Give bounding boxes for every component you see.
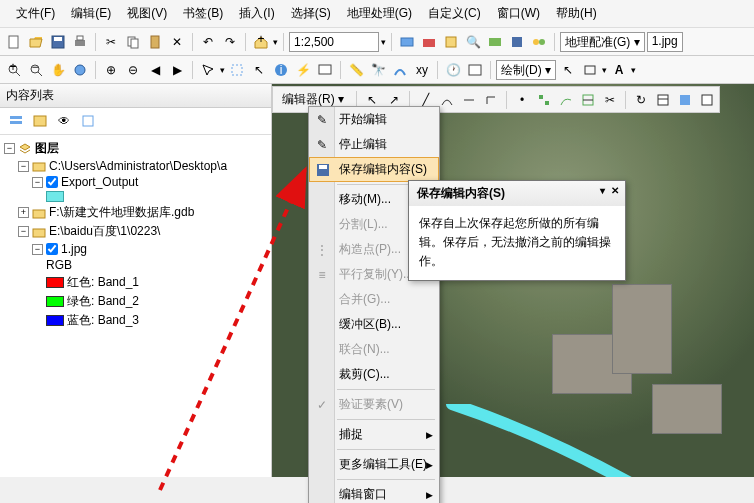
svg-rect-23 [232,65,242,75]
cm-clip[interactable]: 裁剪(C)... [309,362,439,387]
menu-geoprocessing[interactable]: 地理处理(G) [339,2,420,25]
python-icon[interactable] [507,32,527,52]
text-tool-icon[interactable]: A [609,60,629,80]
svg-rect-11 [446,37,456,47]
cm-snapping[interactable]: 捕捉▶ [309,422,439,447]
goto-xy-icon[interactable]: xy [412,60,432,80]
arccatalog-icon[interactable] [485,32,505,52]
menu-file[interactable]: 文件(F) [8,2,63,25]
right-angle-icon[interactable] [481,90,501,110]
sketch-props-icon[interactable] [675,90,695,110]
zoom-in-icon[interactable]: + [4,60,24,80]
pan-icon[interactable]: ✋ [48,60,68,80]
split-tool-icon[interactable]: ✂ [600,90,620,110]
redo-icon[interactable]: ↷ [220,32,240,52]
arc-segment-icon[interactable] [437,90,457,110]
close-icon[interactable]: ✕ [611,185,619,196]
tree-root[interactable]: −图层 [4,139,267,158]
svg-rect-45 [319,165,327,169]
hyperlink-icon[interactable]: ⚡ [293,60,313,80]
create-features-icon[interactable] [697,90,717,110]
open-icon[interactable] [26,32,46,52]
cut-polygon-icon[interactable] [578,90,598,110]
new-icon[interactable] [4,32,24,52]
select-arrow-icon[interactable]: ↖ [249,60,269,80]
cut-icon[interactable]: ✂ [101,32,121,52]
search-icon[interactable]: 🔍 [463,32,483,52]
undo-icon[interactable]: ↶ [198,32,218,52]
find-icon[interactable]: 🔭 [368,60,388,80]
layer-checkbox[interactable] [46,176,58,188]
fixed-zoomin-icon[interactable]: ⊕ [101,60,121,80]
prev-extent-icon[interactable]: ◀ [145,60,165,80]
cm-buffer[interactable]: 缓冲区(B)... [309,312,439,337]
toolbox-icon[interactable] [419,32,439,52]
tooltip-title: 保存编辑内容(S) ▾ ✕ [409,181,625,206]
tree-folder-gdb[interactable]: +F:\新建文件地理数据库.gdb [4,203,267,222]
delete-icon[interactable]: ✕ [167,32,187,52]
menu-select[interactable]: 选择(S) [283,2,339,25]
model-icon[interactable] [529,32,549,52]
cm-save-edits[interactable]: 保存编辑内容(S) [309,157,439,182]
find-route-icon[interactable] [390,60,410,80]
georef-dropdown[interactable]: 地理配准(G) ▾ [560,32,645,52]
reshape-icon[interactable] [556,90,576,110]
submenu-arrow-icon: ▶ [426,460,433,470]
cm-more-tools[interactable]: 更多编辑工具(E)▶ [309,452,439,477]
zoom-out-icon[interactable]: − [26,60,46,80]
cm-start-editing[interactable]: ✎开始编辑 [309,107,439,132]
tree-layer-jpg[interactable]: −1.jpg [4,241,267,257]
catalog-icon[interactable] [441,32,461,52]
point-icon[interactable]: • [512,90,532,110]
scale-input[interactable] [289,32,379,52]
edit-vertices-icon[interactable] [534,90,554,110]
editor-toolbar-icon[interactable] [397,32,417,52]
list-by-selection-icon[interactable] [78,111,98,131]
fixed-zoomout-icon[interactable]: ⊖ [123,60,143,80]
tree-layer-export[interactable]: −Export_Output [4,174,267,190]
svg-rect-3 [75,40,85,46]
svg-rect-9 [401,38,413,46]
georef-layer[interactable]: 1.jpg [647,32,683,52]
attributes-icon[interactable] [653,90,673,110]
tree-folder-baidu[interactable]: −E:\baidu百度\1\0223\ [4,222,267,241]
pin-icon[interactable]: ▾ [600,185,605,196]
copy-icon[interactable] [123,32,143,52]
save-icon[interactable] [48,32,68,52]
svg-rect-29 [10,116,22,119]
menu-help[interactable]: 帮助(H) [548,2,605,25]
draw-rect-icon[interactable] [580,60,600,80]
cm-stop-editing[interactable]: ✎停止编辑 [309,132,439,157]
menu-insert[interactable]: 插入(I) [231,2,282,25]
viewer-icon[interactable] [465,60,485,80]
pencil-icon: ✎ [314,112,330,128]
tree-folder-desktop[interactable]: −C:\Users\Administrator\Desktop\a [4,158,267,174]
menu-view[interactable]: 视图(V) [119,2,175,25]
add-data-icon[interactable]: + [251,32,271,52]
menu-edit[interactable]: 编辑(E) [63,2,119,25]
clear-selection-icon[interactable] [227,60,247,80]
html-popup-icon[interactable] [315,60,335,80]
select-icon[interactable] [198,60,218,80]
time-slider-icon[interactable]: 🕐 [443,60,463,80]
draw-arrow-icon[interactable]: ↖ [558,60,578,80]
next-extent-icon[interactable]: ▶ [167,60,187,80]
measure-icon[interactable]: 📏 [346,60,366,80]
list-by-source-icon[interactable] [30,111,50,131]
layer-checkbox[interactable] [46,243,58,255]
cm-edit-windows[interactable]: 编辑窗口▶ [309,482,439,503]
svg-rect-10 [423,39,435,47]
rotate-icon[interactable]: ↻ [631,90,651,110]
draw-dropdown[interactable]: 绘制(D) ▾ [496,60,556,80]
paste-icon[interactable] [145,32,165,52]
trace-icon[interactable] [459,90,479,110]
identify-icon[interactable]: i [271,60,291,80]
list-by-visibility-icon[interactable]: 👁 [54,111,74,131]
full-extent-icon[interactable] [70,60,90,80]
list-by-drawing-icon[interactable] [6,111,26,131]
menu-window[interactable]: 窗口(W) [489,2,548,25]
svg-rect-12 [489,38,501,46]
menu-customize[interactable]: 自定义(C) [420,2,489,25]
print-icon[interactable] [70,32,90,52]
menu-bookmark[interactable]: 书签(B) [175,2,231,25]
